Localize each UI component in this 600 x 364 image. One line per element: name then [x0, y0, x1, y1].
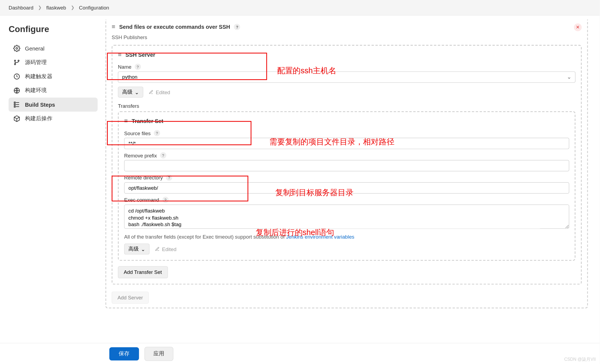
drag-handle-icon[interactable]: ≡ [124, 118, 128, 125]
sidebar-item-label: General [25, 45, 45, 52]
chevron-down-icon: ⌄ [141, 246, 145, 252]
svg-rect-6 [14, 102, 15, 103]
help-icon[interactable]: ? [154, 130, 160, 136]
transfer-set-title: Transfer Set [132, 118, 163, 124]
help-icon[interactable]: ? [162, 197, 169, 203]
globe-icon [13, 87, 20, 94]
remove-prefix-label-row: Remove prefix ? [124, 152, 569, 159]
exec-cmd-label-row: Exec command ? [124, 197, 569, 203]
svg-point-0 [16, 48, 18, 49]
help-icon[interactable]: ? [160, 152, 166, 159]
close-icon[interactable]: ✕ [574, 23, 582, 31]
sidebar-item-label: 构建后操作 [25, 115, 52, 122]
sidebar-item-build-steps[interactable]: Build Steps [9, 98, 98, 112]
step-title: Send files or execute commands over SSH [119, 24, 230, 30]
package-icon [13, 115, 20, 122]
save-button[interactable]: 保存 [109, 347, 139, 360]
apply-button[interactable]: 应用 [144, 347, 173, 361]
remove-prefix-input[interactable] [124, 160, 569, 172]
breadcrumb-dashboard[interactable]: Dashboard [9, 5, 33, 11]
name-label-row: Name ? [118, 64, 575, 70]
step-header: ≡ Send files or execute commands over SS… [106, 20, 587, 34]
transfer-set-block: ≡ Transfer Set Source files ? Remove pre… [118, 111, 575, 261]
content-area: ✕ ≡ Send files or execute commands over … [102, 16, 600, 343]
edited-indicator: Edited [155, 246, 176, 252]
sidebar-item-scm[interactable]: 源码管理 [9, 55, 98, 69]
gear-icon [13, 45, 20, 52]
sidebar-item-post-build[interactable]: 构建后操作 [9, 112, 98, 126]
breadcrumb: Dashboard ❯ flaskweb ❯ Configuration [0, 0, 600, 16]
remove-prefix-label: Remove prefix [124, 153, 157, 159]
edited-indicator: Edited [149, 89, 170, 95]
ssh-server-title: SSH Server [125, 52, 155, 58]
chevron-right-icon: ❯ [38, 5, 42, 10]
svg-point-2 [18, 60, 19, 61]
advanced-button[interactable]: 高级 ⌄ [124, 243, 149, 254]
page-title: Configure [9, 24, 98, 34]
source-files-input[interactable] [124, 138, 569, 149]
exec-cmd-textarea[interactable]: cd /opt/flaskweb chmod +x flaskweb.sh ba… [124, 205, 569, 229]
remote-dir-label-row: Remote directory ? [124, 175, 569, 181]
drag-handle-icon[interactable]: ≡ [118, 51, 121, 58]
info-text: All of the transfer fields (except for E… [124, 234, 569, 240]
build-step-section: ✕ ≡ Send files or execute commands over … [105, 20, 588, 308]
help-icon[interactable]: ? [234, 24, 240, 30]
branch-icon [13, 59, 20, 66]
sidebar-item-general[interactable]: General [9, 41, 98, 55]
ssh-server-header: ≡ SSH Server [118, 49, 575, 61]
remote-dir-label: Remote directory [124, 175, 163, 181]
remote-dir-input[interactable] [124, 182, 569, 194]
sidebar-item-label: 构建环境 [25, 87, 47, 94]
add-server-button[interactable]: Add Server [112, 292, 149, 304]
chevron-down-icon: ⌄ [135, 89, 139, 95]
transfer-set-header: ≡ Transfer Set [124, 115, 569, 127]
sidebar-item-label: Build Steps [25, 102, 55, 108]
svg-rect-8 [14, 106, 15, 107]
sidebar-item-triggers[interactable]: 构建触发器 [9, 69, 98, 84]
name-label: Name [118, 64, 131, 70]
breadcrumb-config[interactable]: Configuration [79, 5, 109, 11]
add-transfer-set-button[interactable]: Add Transfer Set [118, 266, 168, 278]
pencil-icon [155, 247, 160, 251]
svg-rect-7 [14, 104, 15, 105]
ssh-server-block: ≡ SSH Server Name ? python 高级 ⌄ [112, 45, 582, 284]
bottom-bar: 保存 应用 CSDN @柒月VII [0, 343, 600, 364]
env-vars-link[interactable]: Jenkins environment variables [286, 234, 354, 240]
steps-icon [13, 101, 20, 108]
svg-point-1 [14, 60, 15, 61]
breadcrumb-project[interactable]: flaskweb [46, 5, 66, 11]
sidebar: Configure General 源码管理 构建触发器 构建环境 Build … [0, 16, 102, 343]
help-icon[interactable]: ? [166, 175, 172, 181]
exec-cmd-label: Exec command [124, 197, 159, 203]
svg-point-3 [14, 64, 15, 65]
sidebar-item-label: 源码管理 [25, 59, 47, 66]
pencil-icon [149, 90, 153, 94]
transfers-label: Transfers [118, 103, 575, 109]
clock-icon [13, 73, 20, 80]
drag-handle-icon[interactable]: ≡ [112, 23, 115, 30]
sidebar-item-env[interactable]: 构建环境 [9, 84, 98, 98]
source-files-label-row: Source files ? [124, 130, 569, 136]
chevron-right-icon: ❯ [71, 5, 74, 10]
help-icon[interactable]: ? [135, 64, 141, 70]
advanced-button[interactable]: 高级 ⌄ [118, 87, 143, 97]
ssh-publishers-label: SSH Publishers [106, 34, 587, 43]
watermark: CSDN @柒月VII [564, 357, 596, 363]
ssh-name-select[interactable]: python [118, 71, 575, 83]
sidebar-item-label: 构建触发器 [25, 73, 52, 80]
source-files-label: Source files [124, 130, 151, 136]
